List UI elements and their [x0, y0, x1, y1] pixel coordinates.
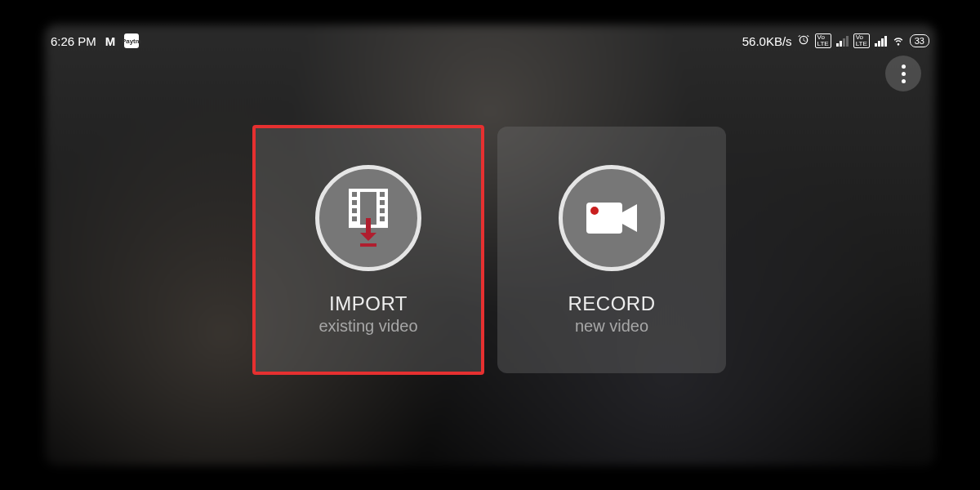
app-icon-m: M [103, 33, 118, 48]
status-bar-left: 6:26 PM M Paytm [51, 33, 139, 48]
wifi-icon [892, 33, 905, 49]
svg-rect-12 [360, 243, 376, 247]
action-cards-container: IMPORT existing video RECORD new video [254, 127, 726, 373]
status-time: 6:26 PM [51, 34, 96, 48]
svg-rect-4 [352, 216, 357, 221]
import-card-title: IMPORT [329, 292, 408, 315]
alarm-icon [797, 33, 810, 49]
status-bar: 6:26 PM M Paytm 56.0KB/s VoLTE VoLTE 33 [51, 31, 929, 51]
import-card[interactable]: IMPORT existing video [254, 127, 483, 373]
camera-record-icon [583, 198, 640, 238]
record-card-title: RECORD [568, 292, 655, 315]
import-card-subtitle: existing video [318, 317, 417, 336]
svg-rect-1 [352, 192, 357, 197]
svg-rect-3 [352, 208, 357, 213]
volte-badge-1: VoLTE [815, 33, 831, 48]
record-card[interactable]: RECORD new video [497, 127, 726, 373]
svg-marker-14 [622, 204, 637, 232]
svg-rect-7 [380, 208, 385, 213]
more-vertical-icon [902, 65, 906, 69]
svg-point-15 [590, 207, 599, 215]
svg-rect-6 [380, 200, 385, 205]
record-card-subtitle: new video [575, 317, 648, 336]
network-speed: 56.0KB/s [742, 34, 792, 48]
svg-rect-5 [380, 192, 385, 197]
import-icon-circle [315, 165, 421, 271]
film-import-icon [344, 189, 393, 247]
svg-rect-10 [366, 218, 371, 233]
svg-rect-13 [586, 203, 622, 234]
volte-badge-2: VoLTE [853, 33, 870, 48]
status-bar-right: 56.0KB/s VoLTE VoLTE 33 [742, 33, 929, 49]
svg-rect-2 [352, 200, 357, 205]
svg-rect-8 [380, 216, 385, 221]
svg-marker-11 [360, 233, 376, 241]
record-icon-circle [559, 165, 665, 271]
app-icon-paytm: Paytm [124, 33, 139, 48]
battery-indicator: 33 [910, 34, 929, 47]
signal-icon-1 [836, 35, 849, 47]
more-options-button[interactable] [885, 56, 921, 91]
signal-icon-2 [875, 35, 887, 47]
